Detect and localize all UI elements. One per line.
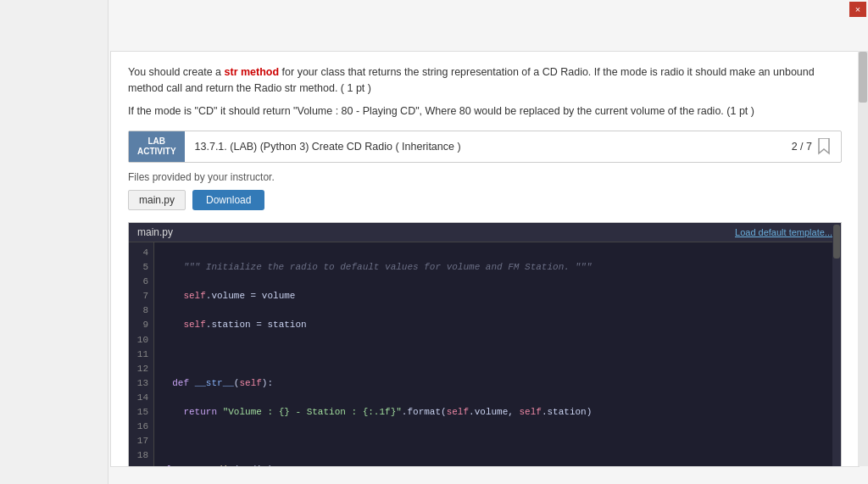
lab-header: LAB ACTIVITY 13.7.1. (LAB) (Python 3) Cr… (128, 131, 842, 163)
files-label: Files provided by your instructor. (128, 171, 842, 183)
line-numbers: 4 5 6 7 8 9 10 11 12 13 14 15 16 17 18 1… (129, 242, 154, 467)
code-content[interactable]: """ Initialize the radio to default valu… (154, 242, 841, 467)
code-body: 4 5 6 7 8 9 10 11 12 13 14 15 16 17 18 1… (129, 242, 841, 467)
bookmark-icon (817, 138, 831, 155)
left-sidebar (0, 0, 108, 484)
code-filename: main.py (137, 226, 173, 238)
lab-title: 13.7.1. (LAB) (Python 3) Create CD Radio… (185, 136, 782, 158)
instruction-line1: You should create a str method for your … (128, 64, 842, 97)
scroll-thumb (833, 242, 840, 259)
file-bar: main.py Download (128, 190, 842, 210)
close-button[interactable]: × (849, 2, 866, 17)
code-scrollbar[interactable] (832, 242, 841, 467)
main-content: You should create a str method for your … (110, 51, 860, 467)
download-button[interactable]: Download (192, 190, 264, 210)
load-template-link[interactable]: Load default template... (735, 227, 832, 237)
page-scroll-thumb (859, 52, 867, 103)
lab-badge: LAB ACTIVITY (129, 131, 185, 162)
lab-page: 2 / 7 (782, 133, 841, 160)
file-tab[interactable]: main.py (128, 190, 186, 210)
instruction-line2: If the mode is "CD" it should return "Vo… (128, 103, 842, 120)
code-editor: main.py Load default template... 4 5 6 7… (128, 222, 842, 467)
page-scrollbar[interactable] (858, 51, 868, 466)
code-header: main.py Load default template... (129, 223, 841, 242)
svg-marker-0 (819, 138, 829, 153)
